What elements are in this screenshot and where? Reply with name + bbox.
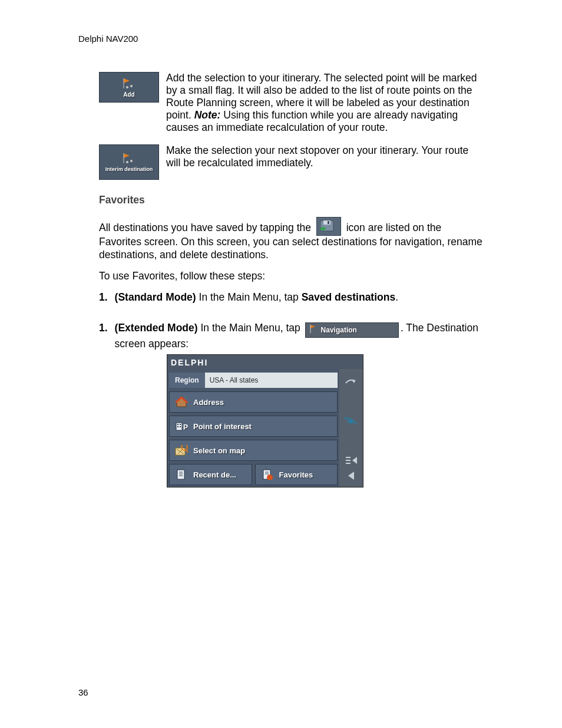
favorites-button[interactable]: Favorites (255, 464, 338, 485)
address-button[interactable]: Address (169, 391, 338, 413)
step-number: 1. (99, 291, 108, 304)
svg-rect-14 (180, 426, 181, 427)
saved-destinations-label: Saved destinations (302, 291, 396, 303)
add-button-graphic: Add (99, 72, 159, 103)
svg-rect-29 (352, 421, 356, 424)
svg-point-5 (126, 161, 128, 163)
document-list-icon (174, 469, 189, 480)
step-text-b: . (395, 291, 398, 303)
svg-point-2 (126, 86, 128, 88)
step-text-a: In the Main Menu, tap (196, 291, 302, 303)
interim-row: Interim destination Make the selection y… (99, 144, 484, 180)
destination-sidebar (339, 369, 363, 487)
add-row: Add Add the selection to your itinerary.… (99, 72, 484, 134)
note-label: Note: (194, 109, 221, 121)
select-on-map-button-label: Select on map (193, 446, 245, 455)
svg-rect-27 (348, 418, 353, 424)
back-icon[interactable] (342, 468, 360, 483)
region-label: Region (169, 373, 205, 388)
step-number: 1. (99, 322, 108, 351)
svg-point-4 (130, 160, 133, 162)
poi-button-label: Point of interest (193, 422, 252, 431)
menu-back-icon[interactable] (342, 453, 360, 468)
flag-icon (309, 324, 318, 337)
map-pick-icon (174, 444, 189, 456)
svg-rect-12 (180, 424, 181, 425)
step-text-a: In the Main Menu, tap (198, 322, 303, 334)
svg-rect-11 (177, 424, 178, 425)
interim-button-label: Interim destination (104, 166, 154, 172)
step-standard: 1. (Standard Mode) In the Main Menu, tap… (99, 291, 484, 304)
poi-button[interactable]: P Point of interest (169, 416, 338, 437)
region-value[interactable]: USA - All states (205, 373, 338, 388)
favorites-intro: All destinations you have saved by tappi… (99, 217, 484, 262)
destination-screen: DELPHI Region USA - All states Address P (167, 354, 363, 487)
address-button-label: Address (193, 398, 224, 407)
gps-icon[interactable] (342, 373, 360, 390)
document-favorite-icon (260, 469, 275, 480)
step-mode: (Extended Mode) (115, 322, 198, 334)
destination-header: DELPHI (167, 355, 363, 369)
svg-rect-7 (323, 220, 330, 225)
favorites-heading: Favorites (99, 194, 484, 206)
region-row: Region USA - All states (169, 373, 338, 388)
select-on-map-button[interactable]: Select on map (169, 440, 338, 461)
delphi-logo: DELPHI (171, 358, 208, 367)
svg-rect-10 (176, 423, 182, 430)
navigation-button-label: Navigation (321, 326, 357, 335)
poi-icon: P (174, 420, 189, 432)
step-extended: 1. (Extended Mode) In the Main Menu, tap… (99, 322, 484, 351)
interim-description: Make the selection your next stopover on… (166, 144, 484, 169)
svg-rect-8 (328, 221, 329, 224)
recent-button-label: Recent de... (193, 470, 236, 479)
destination-main: Region USA - All states Address P Point … (167, 369, 339, 487)
page-number: 36 (78, 687, 88, 697)
svg-text:P: P (183, 423, 188, 431)
interim-button-graphic: Interim destination (99, 144, 159, 180)
flag-icon (123, 77, 135, 89)
save-disk-icon (316, 217, 341, 236)
favorites-button-label: Favorites (279, 470, 313, 479)
running-header: Delphi NAV200 (78, 34, 484, 44)
step-mode: (Standard Mode) (115, 291, 196, 303)
svg-point-1 (130, 85, 133, 87)
add-button-label: Add (123, 91, 134, 98)
house-icon (174, 396, 189, 408)
favorites-lead: To use Favorites, follow these steps: (99, 270, 484, 283)
favorites-intro-a: All destinations you have saved by tappi… (99, 222, 311, 233)
satellite-icon[interactable] (342, 413, 360, 430)
navigation-button-graphic: Navigation (305, 322, 399, 338)
svg-rect-13 (177, 426, 178, 427)
flag-icon (123, 152, 135, 164)
recent-destinations-button[interactable]: Recent de... (169, 464, 252, 485)
svg-rect-19 (177, 470, 184, 479)
svg-line-18 (186, 450, 188, 452)
svg-rect-28 (344, 417, 348, 420)
add-description: Add the selection to your itinerary. The… (166, 72, 484, 134)
